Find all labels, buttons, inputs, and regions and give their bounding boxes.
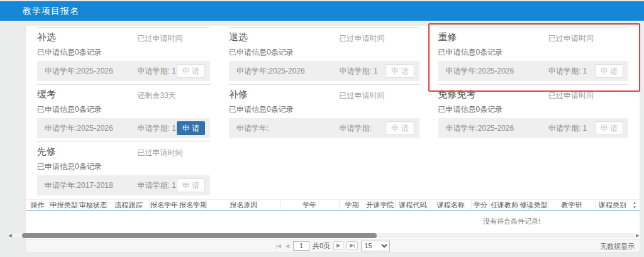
col-term[interactable]: 学期 xyxy=(340,200,365,211)
apply-term: 申请学期: xyxy=(339,123,371,134)
card-apply-box: 申请学年:2025-2026 申请学期: 1 申 请 xyxy=(37,118,210,138)
card-status: 还剩余33天 xyxy=(138,89,176,101)
apply-year: 申请学年:2025-2026 xyxy=(236,66,305,77)
col-year[interactable]: 学年 xyxy=(280,200,340,211)
card-title: 补修 xyxy=(229,89,339,99)
apply-button[interactable]: 申 请 xyxy=(386,64,414,78)
apply-term: 申请学期: 1 xyxy=(138,180,176,191)
table-header-row: 操作 申报类型 审核状态 流程跟踪 报名学年 报名学期 报名原因 学年 学期 开… xyxy=(26,199,640,211)
card-records: 已申请信息0条记录 xyxy=(37,104,210,113)
no-data-label: 无数据显示 xyxy=(600,242,635,251)
last-page-button[interactable]: ▶| xyxy=(347,241,358,250)
apply-term: 申请学期: 1 xyxy=(138,123,176,134)
apply-button[interactable]: 申 请 xyxy=(386,121,414,135)
col-college[interactable]: 开课学院 xyxy=(365,200,396,211)
col-signup-reason[interactable]: 报名原因 xyxy=(207,200,280,211)
apply-year: 申请学年:2025-2026 xyxy=(446,66,514,77)
card-status: 已过申请时间 xyxy=(339,89,384,101)
card-title: 退选 xyxy=(229,32,339,42)
card-xianxiu: 先修 已过申请时间 已申请信息0条记录 申请学年:2017-2018 申请学期:… xyxy=(37,141,210,199)
pagination-bar: |◀ ◀ 共0页 ▶ ▶| 15 无数据显示 xyxy=(26,239,640,252)
page-title: 教学项目报名 xyxy=(0,6,79,17)
card-title: 缓考 xyxy=(37,89,138,99)
prev-page-icon[interactable]: ◀ xyxy=(285,243,290,249)
col-course-code[interactable]: 课程代码 xyxy=(396,200,430,211)
apply-button[interactable]: 申 请 xyxy=(595,64,623,78)
card-records: 已申请信息0条记录 xyxy=(37,161,210,170)
card-apply-box: 申请学年:2025-2026 申请学期: 1 申 请 xyxy=(229,61,419,81)
card-huankao: 缓考 还剩余33天 已申请信息0条记录 申请学年:2025-2026 申请学期:… xyxy=(37,84,210,141)
card-status: 已过申请时间 xyxy=(138,146,183,158)
registration-cards: 补选 已过申请时间 已申请信息0条记录 申请学年:2025-2026 申请学期:… xyxy=(26,26,640,199)
col-course-category[interactable]: 课程类别 xyxy=(596,200,630,211)
page-size-select[interactable]: 15 xyxy=(361,241,390,251)
apply-term: 申请学期: 1 xyxy=(548,123,587,134)
empty-records-message: 没有符合条件记录! xyxy=(483,217,540,226)
hscrollbar-track[interactable] xyxy=(13,233,635,238)
total-pages-label: 共0页 xyxy=(313,241,330,251)
card-apply-box: 申请学年:2025-2026 申请学期: 1 申 请 xyxy=(438,118,629,138)
col-teaching-class[interactable]: 教学班 xyxy=(548,200,596,211)
first-page-icon[interactable]: |◀ xyxy=(275,243,282,249)
col-signup-year[interactable]: 报名学年 xyxy=(150,200,179,211)
hscrollbar-thumb[interactable] xyxy=(22,233,377,238)
col-study-type[interactable]: 修读类型 xyxy=(519,200,548,211)
col-process-track[interactable]: 流程跟踪 xyxy=(108,200,150,211)
card-records: 已申请信息0条记录 xyxy=(229,104,419,113)
card-records: 已申请信息0条记录 xyxy=(229,47,419,56)
card-status: 已过申请时间 xyxy=(548,32,594,43)
card-title: 补选 xyxy=(37,32,138,42)
scroll-down-icon[interactable]: ▼ xyxy=(633,205,636,209)
card-buxiu: 补修 已过申请时间 已申请信息0条记录 申请学年: 申请学期: 申 请 xyxy=(229,84,419,141)
content-panel: 补选 已过申请时间 已申请信息0条记录 申请学年:2025-2026 申请学期:… xyxy=(25,26,640,253)
card-apply-box: 申请学年:2025-2026 申请学期: 1 申 请 xyxy=(438,61,629,81)
apply-year: 申请学年:2025-2026 xyxy=(446,123,514,134)
col-apply-type[interactable]: 申报类型 xyxy=(50,200,79,211)
card-tuixuan: 退选 已过申请时间 已申请信息0条记录 申请学年:2025-2026 申请学期:… xyxy=(229,27,419,84)
apply-button[interactable]: 申 请 xyxy=(177,121,205,135)
card-title: 先修 xyxy=(37,146,138,156)
scroll-up-icon[interactable]: ▲ xyxy=(633,201,636,205)
card-apply-box: 申请学年:2025-2026 申请学期: 1 申 请 xyxy=(37,61,210,81)
col-signup-term[interactable]: 报名学期 xyxy=(179,200,207,211)
apply-year: 申请学年:2025-2026 xyxy=(45,66,113,77)
card-mianxiu-miankao: 免修免考 已过申请时间 已申请信息0条记录 申请学年:2025-2026 申请学… xyxy=(438,84,629,141)
apply-term: 申请学期: 1 xyxy=(138,66,176,77)
col-teacher[interactable]: 任课教师 xyxy=(490,200,519,211)
card-chongxiu: 重修 已过申请时间 已申请信息0条记录 申请学年:2025-2026 申请学期:… xyxy=(438,27,629,84)
col-course-name[interactable]: 课程名称 xyxy=(430,200,472,211)
card-buxuan: 补选 已过申请时间 已申请信息0条记录 申请学年:2025-2026 申请学期:… xyxy=(37,27,210,84)
page-number-input[interactable] xyxy=(293,241,309,251)
card-records: 已申请信息0条记录 xyxy=(438,47,629,56)
apply-year: 申请学年:2025-2026 xyxy=(45,123,113,134)
apply-term: 申请学期: 1 xyxy=(339,66,377,77)
card-records: 已申请信息0条记录 xyxy=(438,104,629,113)
col-audit-status[interactable]: 审核状态 xyxy=(79,200,108,211)
apply-button[interactable]: 申 请 xyxy=(595,121,623,135)
card-status: 已过申请时间 xyxy=(548,89,594,101)
card-title: 免修免考 xyxy=(438,89,548,99)
apply-button[interactable]: 申 请 xyxy=(177,64,205,78)
card-status: 已过申请时间 xyxy=(138,32,183,43)
apply-term: 申请学期: 1 xyxy=(548,66,587,77)
col-credits[interactable]: 学分 xyxy=(472,200,490,211)
col-operation[interactable]: 操作 xyxy=(26,200,50,211)
scroll-right-icon[interactable]: ▶ xyxy=(635,232,640,238)
apply-year: 申请学年:2017-2018 xyxy=(45,180,113,191)
card-apply-box: 申请学年: 申请学期: 申 请 xyxy=(229,118,419,138)
card-status: 已过申请时间 xyxy=(339,32,384,43)
card-apply-box: 申请学年:2017-2018 申请学期: 1 申 请 xyxy=(37,175,210,195)
table-vscrollbar[interactable]: ▲ ▼ xyxy=(630,201,640,209)
apply-button[interactable]: 申 请 xyxy=(177,178,205,192)
card-title: 重修 xyxy=(438,32,548,42)
page-header-bar: 教学项目报名 xyxy=(0,1,644,21)
table-body: 没有符合条件记录! xyxy=(26,211,640,230)
apply-year: 申请学年: xyxy=(236,123,269,134)
card-records: 已申请信息0条记录 xyxy=(37,47,210,56)
scroll-left-icon[interactable]: ◀ xyxy=(8,232,13,238)
table-hscrollbar[interactable]: ◀ ▶ xyxy=(8,232,640,238)
next-page-button[interactable]: ▶ xyxy=(333,241,343,250)
